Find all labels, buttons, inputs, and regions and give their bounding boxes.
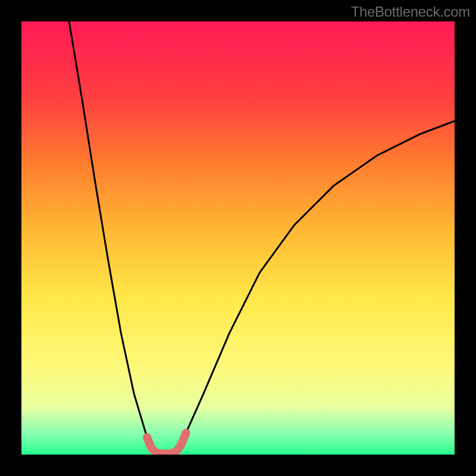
curve-left-path (69, 21, 147, 437)
curve-right-path (186, 121, 455, 433)
watermark-text: TheBottleneck.com (351, 4, 470, 20)
curve-trough-path (147, 433, 186, 454)
chart-frame: TheBottleneck.com (0, 0, 476, 476)
curve-svg (21, 21, 455, 455)
plot-area (21, 21, 455, 455)
